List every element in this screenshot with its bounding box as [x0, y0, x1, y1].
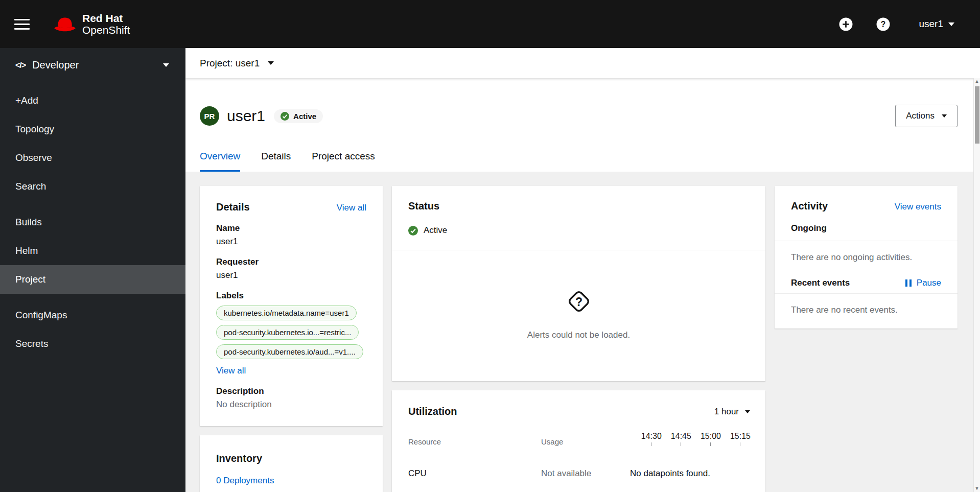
- actions-dropdown-button[interactable]: Actions: [895, 105, 958, 127]
- code-icon: </>: [15, 61, 26, 70]
- utilization-header-row: Resource Usage 14:30 14:45: [408, 432, 751, 446]
- tabs: Overview Details Project access: [200, 151, 958, 172]
- details-view-all-link[interactable]: View all: [337, 203, 366, 213]
- sidebar-item-topology[interactable]: Topology: [0, 115, 185, 144]
- sidebar-item-observe[interactable]: Observe: [0, 144, 185, 172]
- time-tick: 15:00: [701, 432, 721, 446]
- actions-label: Actions: [906, 111, 935, 121]
- user-menu[interactable]: user1: [919, 18, 954, 30]
- time-axis: 14:30 14:45 15:00: [630, 432, 751, 446]
- label-pill[interactable]: pod-security.kubernetes.io...=restric...: [216, 325, 359, 340]
- user-menu-label: user1: [919, 18, 943, 30]
- description-field-value: No description: [216, 400, 366, 410]
- requester-field-label: Requester: [216, 257, 366, 267]
- plus-circle-icon: [839, 17, 853, 31]
- perspective-switcher[interactable]: </> Developer: [0, 48, 185, 81]
- utilization-head: Utilization 1 hour: [392, 390, 765, 417]
- title-row: PR user1 Active Actions: [200, 105, 958, 127]
- duration-dropdown[interactable]: 1 hour: [714, 407, 750, 417]
- main-content: Project: user1 PR user1 Active: [185, 48, 980, 492]
- tab-project-access[interactable]: Project access: [312, 151, 375, 172]
- deployments-link[interactable]: 0 Deployments: [216, 476, 274, 486]
- view-events-link[interactable]: View events: [895, 202, 941, 212]
- status-section: Status Active: [392, 186, 765, 250]
- label-pill[interactable]: kubernetes.io/metadata.name=user1: [216, 306, 357, 320]
- utilization-table: Resource Usage 14:30 14:45: [392, 432, 765, 492]
- sidebar-item-add[interactable]: +Add: [0, 86, 185, 115]
- recent-empty-message: There are no recent events.: [791, 305, 941, 315]
- utilization-card-title: Utilization: [408, 406, 457, 417]
- description-field-label: Description: [216, 386, 366, 396]
- pause-button[interactable]: Pause: [905, 278, 941, 288]
- caret-down-icon: [268, 61, 274, 65]
- status-badge: Active: [274, 109, 323, 123]
- activity-card-title: Activity: [791, 200, 828, 212]
- name-field-value: user1: [216, 237, 366, 247]
- resource-usage: Not available: [541, 468, 630, 479]
- name-field-label: Name: [216, 223, 366, 233]
- scrollbar-up-arrow[interactable]: ▲: [975, 78, 979, 85]
- scrollbar-thumb[interactable]: [975, 86, 979, 144]
- nav-toggle-button[interactable]: [14, 17, 30, 32]
- page-title: user1: [227, 107, 265, 125]
- brand-redhat-text: Red Hat: [82, 12, 130, 24]
- utilization-card: Utilization 1 hour Resource Usage: [392, 390, 765, 492]
- labels-view-all-link[interactable]: View all: [216, 366, 246, 376]
- activity-head-section: Activity View events Ongoing: [775, 186, 958, 241]
- time-tick: 14:45: [671, 432, 691, 446]
- duration-value: 1 hour: [714, 407, 739, 417]
- status-card-title: Status: [408, 200, 749, 212]
- time-tick-label: 15:15: [730, 432, 751, 441]
- project-selector-label: Project: user1: [200, 58, 260, 69]
- caret-down-icon: [948, 22, 954, 26]
- status-value: Active: [424, 225, 447, 236]
- scroll-area: PR user1 Active Actions: [185, 78, 980, 492]
- label-pill[interactable]: pod-security.kubernetes.io/aud...=v1....: [216, 344, 363, 359]
- caret-down-icon: [745, 410, 750, 413]
- redhat-openshift-logo: Red Hat OpenShift: [53, 12, 130, 36]
- time-tick-label: 15:00: [701, 432, 721, 441]
- alerts-empty-message: Alerts could not be loaded.: [527, 330, 630, 340]
- tab-details[interactable]: Details: [261, 151, 291, 172]
- caret-down-icon: [163, 63, 169, 67]
- ongoing-label: Ongoing: [791, 223, 941, 233]
- sidebar-group-3: ConfigMaps Secrets: [0, 301, 185, 358]
- pause-icon: [905, 279, 912, 287]
- sidebar-item-search[interactable]: Search: [0, 172, 185, 201]
- question-circle-icon: ?: [876, 17, 890, 31]
- axis-tick-mark: [681, 442, 681, 446]
- time-tick: 14:30: [641, 432, 662, 446]
- scrollbar-down-arrow[interactable]: ▼: [975, 485, 979, 492]
- axis-tick-mark: [710, 442, 711, 446]
- sidebar-item-secrets[interactable]: Secrets: [0, 330, 185, 358]
- tab-overview[interactable]: Overview: [200, 151, 240, 172]
- status-card: Status Active: [392, 186, 765, 381]
- right-column: Activity View events Ongoing There are n…: [775, 186, 958, 329]
- utilization-row-cpu: CPU Not available No datapoints found.: [408, 468, 751, 479]
- time-tick: 15:15: [730, 432, 751, 446]
- recent-events-label: Recent events: [791, 278, 850, 288]
- middle-column: Status Active: [392, 186, 765, 492]
- vertical-scrollbar[interactable]: ▲ ▼: [973, 78, 980, 492]
- status-badge-label: Active: [293, 112, 316, 121]
- ongoing-empty-message: There are no ongoing activities.: [791, 252, 941, 263]
- sidebar-item-helm[interactable]: Helm: [0, 237, 185, 265]
- brand-openshift-text: OpenShift: [82, 24, 130, 36]
- svg-text:?: ?: [575, 295, 582, 309]
- alerts-empty-state: ? Alerts could not be loaded.: [408, 265, 749, 367]
- pause-button-label: Pause: [917, 278, 941, 288]
- sidebar-item-configmaps[interactable]: ConfigMaps: [0, 301, 185, 330]
- axis-tick-mark: [740, 442, 740, 446]
- sidebar-group-1: +Add Topology Observe Search: [0, 86, 185, 201]
- axis-tick-mark: [651, 442, 651, 446]
- details-card: Details View all Name user1 Requester us…: [200, 186, 383, 426]
- project-selector[interactable]: Project: user1: [185, 48, 980, 78]
- sidebar-item-project[interactable]: Project: [0, 265, 185, 294]
- help-button[interactable]: ?: [876, 17, 890, 31]
- check-circle-icon: [408, 226, 418, 236]
- left-column: Details View all Name user1 Requester us…: [200, 186, 383, 492]
- quick-create-button[interactable]: [839, 17, 853, 31]
- perspective-label: Developer: [32, 59, 79, 71]
- sidebar-item-builds[interactable]: Builds: [0, 208, 185, 237]
- usage-column-header: Usage: [541, 437, 630, 446]
